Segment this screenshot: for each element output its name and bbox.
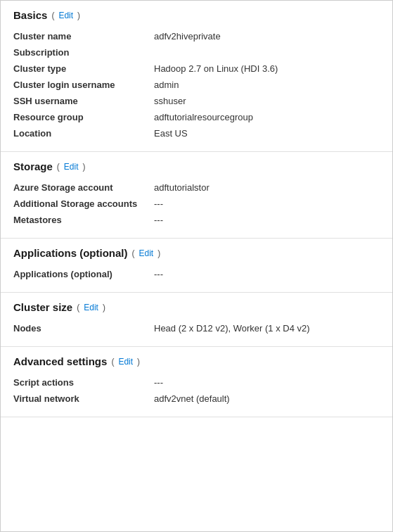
- section-title-basics: Basics: [13, 9, 47, 21]
- fields-table-applications: Applications (optional)---: [13, 266, 380, 282]
- field-value-advanced-settings-0: ---: [154, 374, 380, 391]
- section-cluster-size: Cluster size (Edit)NodesHead (2 x D12 v2…: [1, 293, 392, 347]
- section-header-applications: Applications (optional) (Edit): [13, 247, 380, 259]
- field-label-basics-5: Resource group: [13, 109, 154, 125]
- field-value-basics-6: East US: [154, 125, 380, 141]
- edit-paren-close-storage: ): [83, 162, 86, 172]
- table-row: Azure Storage accountadftutorialstor: [13, 179, 380, 196]
- edit-link-cluster-size[interactable]: Edit: [84, 303, 98, 312]
- edit-paren-close-advanced-settings: ): [137, 357, 140, 367]
- edit-paren-open-applications: (: [132, 248, 135, 258]
- edit-paren-close-basics: ): [77, 11, 80, 20]
- field-label-basics-4: SSH username: [13, 93, 154, 109]
- field-value-storage-0: adftutorialstor: [154, 179, 380, 196]
- field-value-basics-5: adftutorialresourcegroup: [154, 109, 380, 125]
- field-value-basics-4: sshuser: [154, 93, 380, 109]
- field-value-basics-0: adfv2hiveprivate: [154, 28, 380, 44]
- section-title-advanced-settings: Advanced settings: [13, 355, 107, 367]
- field-value-storage-1: ---: [154, 196, 380, 212]
- table-row: Script actions---: [13, 374, 380, 391]
- field-label-storage-2: Metastores: [13, 212, 154, 228]
- page-container: Basics (Edit)Cluster nameadfv2hiveprivat…: [0, 0, 393, 532]
- section-title-applications: Applications (optional): [13, 247, 128, 259]
- section-header-storage: Storage (Edit): [13, 160, 380, 172]
- edit-paren-close-cluster-size: ): [103, 303, 105, 312]
- section-title-cluster-size: Cluster size: [13, 301, 72, 313]
- field-label-advanced-settings-0: Script actions: [13, 374, 154, 391]
- table-row: Virtual networkadfv2vnet (default): [13, 391, 380, 407]
- fields-table-basics: Cluster nameadfv2hiveprivateSubscription…: [13, 28, 380, 141]
- section-title-storage: Storage: [13, 160, 53, 172]
- field-label-storage-1: Additional Storage accounts: [13, 196, 154, 212]
- edit-link-applications[interactable]: Edit: [139, 248, 154, 258]
- field-value-cluster-size-0: Head (2 x D12 v2), Worker (1 x D4 v2): [154, 320, 380, 336]
- table-row: SSH usernamesshuser: [13, 93, 380, 109]
- field-value-basics-1: [154, 44, 380, 61]
- table-row: Subscription: [13, 44, 380, 61]
- field-value-advanced-settings-1: adfv2vnet (default): [154, 391, 380, 407]
- edit-paren-open-basics: (: [51, 11, 54, 20]
- field-value-storage-2: ---: [154, 212, 380, 228]
- section-storage: Storage (Edit)Azure Storage accountadftu…: [1, 152, 392, 239]
- field-label-basics-3: Cluster login username: [13, 77, 154, 93]
- field-label-storage-0: Azure Storage account: [13, 179, 154, 196]
- field-label-basics-6: Location: [13, 125, 154, 141]
- fields-table-advanced-settings: Script actions---Virtual networkadfv2vne…: [13, 374, 380, 407]
- table-row: Additional Storage accounts---: [13, 196, 380, 212]
- edit-link-basics[interactable]: Edit: [58, 11, 73, 20]
- section-advanced-settings: Advanced settings (Edit)Script actions--…: [1, 347, 392, 417]
- fields-table-cluster-size: NodesHead (2 x D12 v2), Worker (1 x D4 v…: [13, 320, 380, 336]
- edit-paren-open-storage: (: [57, 162, 60, 172]
- table-row: NodesHead (2 x D12 v2), Worker (1 x D4 v…: [13, 320, 380, 336]
- section-header-cluster-size: Cluster size (Edit): [13, 301, 380, 313]
- table-row: Metastores---: [13, 212, 380, 228]
- field-label-advanced-settings-1: Virtual network: [13, 391, 154, 407]
- table-row: Cluster login usernameadmin: [13, 77, 380, 93]
- field-label-basics-1: Subscription: [13, 44, 154, 61]
- table-row: Resource groupadftutorialresourcegroup: [13, 109, 380, 125]
- field-label-cluster-size-0: Nodes: [13, 320, 154, 336]
- table-row: Cluster typeHadoop 2.7 on Linux (HDI 3.6…: [13, 61, 380, 77]
- edit-paren-open-cluster-size: (: [77, 303, 79, 312]
- fields-table-storage: Azure Storage accountadftutorialstorAddi…: [13, 179, 380, 228]
- edit-link-storage[interactable]: Edit: [64, 162, 79, 172]
- field-label-applications-0: Applications (optional): [13, 266, 154, 282]
- table-row: Cluster nameadfv2hiveprivate: [13, 28, 380, 44]
- field-value-basics-2: Hadoop 2.7 on Linux (HDI 3.6): [154, 61, 380, 77]
- edit-link-advanced-settings[interactable]: Edit: [118, 357, 133, 367]
- edit-paren-close-applications: ): [157, 248, 160, 258]
- section-header-basics: Basics (Edit): [13, 9, 380, 21]
- field-value-basics-3: admin: [154, 77, 380, 93]
- field-label-basics-2: Cluster type: [13, 61, 154, 77]
- section-header-advanced-settings: Advanced settings (Edit): [13, 355, 380, 367]
- field-value-applications-0: ---: [154, 266, 380, 282]
- field-label-basics-0: Cluster name: [13, 28, 154, 44]
- section-applications: Applications (optional) (Edit)Applicatio…: [1, 239, 392, 293]
- table-row: LocationEast US: [13, 125, 380, 141]
- edit-paren-open-advanced-settings: (: [111, 357, 114, 367]
- table-row: Applications (optional)---: [13, 266, 380, 282]
- section-basics: Basics (Edit)Cluster nameadfv2hiveprivat…: [1, 1, 392, 152]
